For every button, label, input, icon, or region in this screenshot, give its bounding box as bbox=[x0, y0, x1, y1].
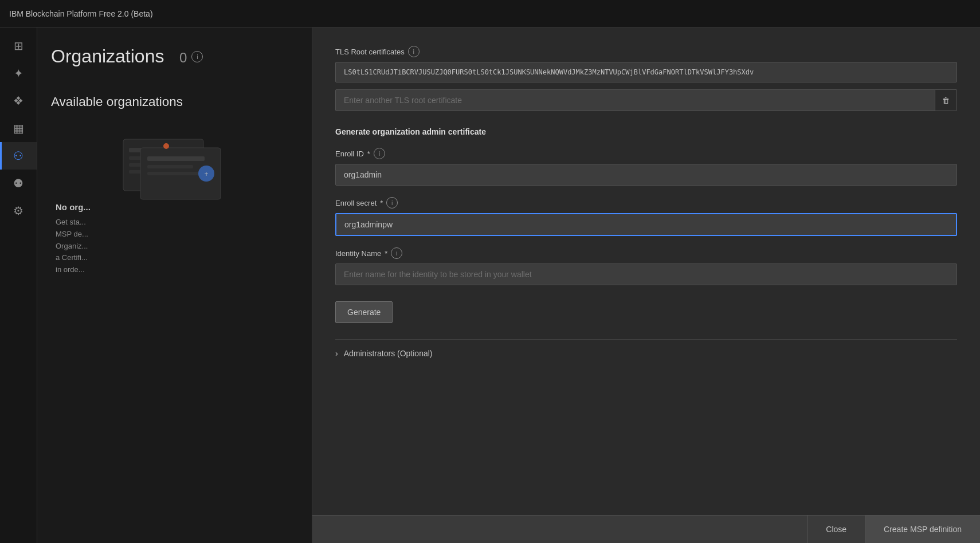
empty-illustration: + bbox=[117, 128, 232, 202]
delete-icon: 🗑 bbox=[942, 96, 950, 105]
enroll-id-input[interactable] bbox=[335, 164, 957, 186]
empty-text: No org... Get sta... MSP de... Organiz..… bbox=[51, 202, 298, 276]
identity-name-field: Identity Name * i bbox=[335, 247, 957, 285]
tls-label-row: TLS Root certificates i bbox=[335, 46, 957, 57]
sidebar: ⊞ ✦ ❖ ▦ ⚇ ⚉ ⚙ bbox=[0, 27, 37, 543]
administrators-collapsible[interactable]: › Administrators (Optional) bbox=[335, 339, 957, 367]
main-layout: ⊞ ✦ ❖ ▦ ⚇ ⚉ ⚙ Organizations 0 bbox=[0, 27, 980, 543]
sidebar-item-network[interactable]: ✦ bbox=[0, 60, 37, 87]
content-area: Organizations 0 i Available organization… bbox=[37, 27, 980, 543]
close-button[interactable]: Close bbox=[807, 516, 865, 543]
identity-name-info-icon[interactable]: i bbox=[391, 247, 402, 259]
tls-section: TLS Root certificates i LS0tLS1CRUdJTiBC… bbox=[335, 46, 957, 111]
network-icon: ✦ bbox=[14, 66, 23, 80]
enroll-id-info-icon[interactable]: i bbox=[374, 148, 385, 159]
empty-state: + No org... Get sta... MSP de... Organiz… bbox=[51, 128, 298, 276]
enroll-secret-info-icon[interactable]: i bbox=[386, 197, 398, 208]
organizations-icon: ❖ bbox=[13, 94, 23, 108]
top-bar: IBM Blockchain Platform Free 2.0 (Beta) bbox=[0, 0, 980, 27]
enroll-id-label-row: Enroll ID * i bbox=[335, 148, 957, 159]
tls-label: TLS Root certificates bbox=[335, 48, 405, 56]
org-count: 0 bbox=[179, 50, 187, 65]
sidebar-item-settings[interactable]: ⚙ bbox=[0, 197, 37, 225]
organizations-info-icon[interactable]: i bbox=[191, 51, 203, 62]
bottom-action-bar: Close Create MSP definition bbox=[312, 515, 980, 543]
identity-name-label-row: Identity Name * i bbox=[335, 247, 957, 259]
chevron-right-icon: › bbox=[335, 349, 338, 358]
sidebar-item-dashboard[interactable]: ⊞ bbox=[0, 32, 37, 60]
tls-info-icon[interactable]: i bbox=[408, 46, 420, 57]
enroll-id-field: Enroll ID * i bbox=[335, 148, 957, 186]
enroll-secret-input[interactable] bbox=[335, 213, 957, 236]
tls-second-cert-input[interactable] bbox=[335, 89, 935, 111]
svg-rect-7 bbox=[147, 165, 193, 168]
channels-icon: ▦ bbox=[13, 121, 24, 135]
page-title: Organizations 0 bbox=[51, 46, 187, 67]
generate-button[interactable]: Generate bbox=[335, 301, 393, 323]
svg-rect-6 bbox=[147, 156, 205, 161]
create-msp-button[interactable]: Create MSP definition bbox=[865, 516, 980, 543]
users-icon: ⚉ bbox=[13, 176, 23, 190]
app-title: IBM Blockchain Platform Free 2.0 (Beta) bbox=[9, 9, 153, 18]
right-panel: TLS Root certificates i LS0tLS1CRUdJTiBC… bbox=[312, 27, 980, 543]
empty-label: No org... bbox=[56, 202, 298, 212]
svg-rect-8 bbox=[147, 172, 199, 175]
sidebar-item-channels[interactable]: ▦ bbox=[0, 115, 37, 142]
available-orgs-heading: Available organizations bbox=[51, 95, 298, 109]
enroll-secret-label-row: Enroll secret * i bbox=[335, 197, 957, 208]
tls-second-cert-row: 🗑 bbox=[335, 89, 957, 111]
sidebar-item-nodes[interactable]: ⚇ bbox=[0, 142, 37, 170]
sidebar-item-users[interactable]: ⚉ bbox=[0, 170, 37, 197]
empty-description: Get sta... MSP de... Organiz... a Certif… bbox=[56, 217, 298, 276]
left-panel: Organizations 0 i Available organization… bbox=[37, 27, 312, 543]
sidebar-item-organizations[interactable]: ❖ bbox=[0, 87, 37, 115]
enroll-id-label: Enroll ID bbox=[335, 149, 364, 158]
identity-name-input[interactable] bbox=[335, 263, 957, 285]
admin-cert-heading: Generate organization admin certificate bbox=[335, 127, 957, 136]
nodes-icon: ⚇ bbox=[13, 149, 23, 163]
enroll-secret-label: Enroll secret bbox=[335, 199, 377, 207]
identity-name-label: Identity Name bbox=[335, 249, 381, 258]
dashboard-icon: ⊞ bbox=[14, 39, 23, 53]
administrators-label: Administrators (Optional) bbox=[344, 349, 433, 358]
tls-cert-value: LS0tLS1CRUdJTiBCRVJUSUZJQ0FURS0tLS0tCk1J… bbox=[335, 62, 957, 82]
svg-point-11 bbox=[163, 143, 169, 149]
enroll-secret-field: Enroll secret * i bbox=[335, 197, 957, 236]
settings-icon: ⚙ bbox=[13, 204, 23, 218]
svg-text:+: + bbox=[204, 170, 208, 178]
admin-cert-section: Generate organization admin certificate … bbox=[335, 127, 957, 323]
delete-tls-cert-button[interactable]: 🗑 bbox=[935, 89, 957, 111]
page-title-row: Organizations 0 i bbox=[51, 46, 298, 67]
